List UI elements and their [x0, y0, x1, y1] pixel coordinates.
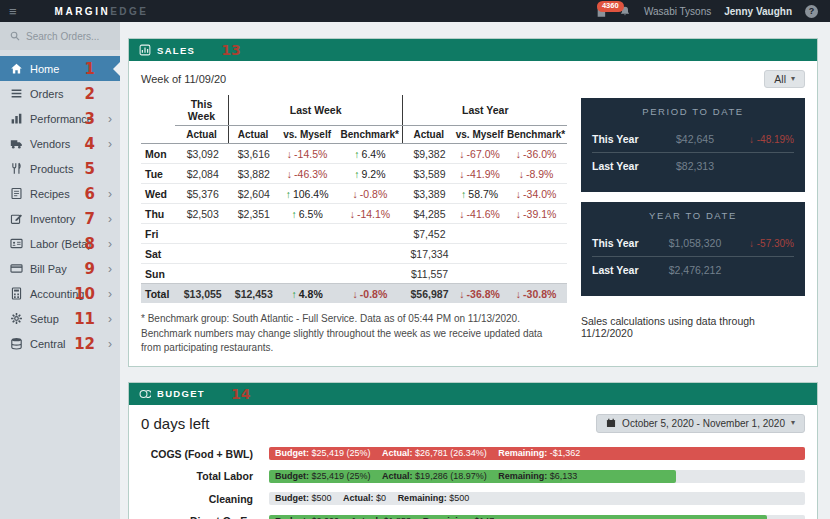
year-to-date-title: YEAR TO DATE [581, 202, 805, 230]
sidebar-item-vendors[interactable]: Vendors 4 › [0, 131, 120, 156]
truck-icon [10, 137, 23, 150]
notification-count-badge[interactable]: 4360 [597, 1, 624, 12]
notifications-bell-icon[interactable]: 4360 [619, 5, 631, 18]
budget-row: Cleaning Budget: $500 Actual: $0 Remaini… [141, 488, 805, 511]
budget-bar-text: Budget: $2,000 Actual: $1,853 Remaining:… [275, 515, 801, 519]
chevron-right-icon: › [108, 313, 112, 325]
gear-icon [10, 312, 23, 325]
menu-icon[interactable]: ≡ [9, 5, 17, 18]
annotation-number: 13 [221, 42, 240, 58]
sidebar-item-products[interactable]: Products 5 [0, 156, 120, 181]
sidebar-item-performance[interactable]: Performance 3 › [0, 106, 120, 131]
delta-down-indicator: ↓ -57.30% [738, 238, 794, 249]
sales-panel: SALES 13 Week of 11/09/20 This Week Last… [128, 38, 818, 367]
budget-row: Direct Op Ex Budget: $2,000 Actual: $1,8… [141, 510, 805, 519]
col-header-benchmark: Benchmark* [505, 126, 567, 144]
col-header-actual: Actual [228, 126, 277, 144]
col-header-vs-myself: vs. Myself [277, 126, 337, 144]
budget-progress-bar: Budget: $2,000 Actual: $1,853 Remaining:… [269, 515, 805, 519]
sidebar-item-orders[interactable]: Orders 2 [0, 81, 120, 106]
annotation-number: 4 [85, 135, 95, 153]
budget-bar-text: Budget: $500 Actual: $0 Remaining: $500 [275, 492, 801, 505]
sidebar-item-accounting[interactable]: Accounting 10 › [0, 281, 120, 306]
ytd-this-year-row: This Year $1,058,320 ↓ -57.30% [592, 230, 794, 257]
restaurant-name[interactable]: Wasabi Tysons [644, 6, 711, 17]
sidebar-item-inventory[interactable]: Inventory 7 › [0, 206, 120, 231]
ptd-this-year-row: This Year $42,645 ↓ -48.19% [592, 126, 794, 153]
budget-row: COGS (Food + BWL) Budget: $25,419 (25%) … [141, 443, 805, 466]
main-content: SALES 13 Week of 11/09/20 This Week Last… [120, 22, 830, 519]
sales-table: This Week Last Week Last Year Actual Act… [141, 95, 567, 303]
budget-category-label: Cleaning [141, 493, 253, 505]
marginedge-logo[interactable]: MARGINEDGE [55, 6, 149, 17]
database-icon [10, 337, 23, 350]
sales-panel-header: SALES 13 [129, 39, 817, 61]
annotation-number: 12 [74, 335, 95, 353]
help-icon[interactable]: ? [805, 5, 818, 18]
home-icon [10, 62, 23, 75]
ytd-last-year-row: Last Year $2,476,212 [592, 257, 794, 283]
calendar-icon [606, 418, 616, 428]
annotation-number: 7 [85, 210, 95, 228]
annotation-number: 3 [85, 110, 95, 128]
budget-category-label: Direct Op Ex [141, 515, 253, 519]
topbar-right: 4360 Wasabi Tysons Jenny Vaughn ? [596, 5, 818, 18]
search-input[interactable] [26, 31, 104, 42]
col-group-last-year: Last Year [403, 95, 567, 126]
date-range-dropdown[interactable]: October 5, 2020 - November 1, 2020 ▾ [596, 414, 805, 433]
chevron-right-icon: › [108, 263, 112, 275]
sales-table-row: Sat $17,334 [141, 244, 567, 264]
sidebar-item-bill-pay[interactable]: Bill Pay 9 › [0, 256, 120, 281]
budget-category-label: Total Labor [141, 470, 253, 482]
period-to-date-panel: PERIOD TO DATE This Year $42,645 ↓ -48.1… [581, 98, 805, 192]
budget-panel: BUDGET 14 0 days left October 5, 2020 - … [128, 382, 818, 519]
chevron-right-icon: › [108, 238, 112, 250]
search-icon [10, 31, 20, 41]
sales-panel-body: Week of 11/09/20 This Week Last Week Las… [129, 61, 817, 366]
chevron-right-icon: › [108, 138, 112, 150]
chevron-right-icon: › [108, 288, 112, 300]
annotation-number: 8 [85, 235, 95, 253]
annotation-number: 10 [74, 285, 95, 303]
annotation-number: 14 [231, 386, 250, 402]
chevron-right-icon: › [108, 113, 112, 125]
pencil-square-icon [10, 212, 23, 225]
budget-coins-icon [139, 388, 151, 400]
id-card-icon [10, 237, 23, 250]
budget-progress-bar: Budget: $25,419 (25%) Actual: $26,781 (2… [269, 447, 805, 460]
col-header-vs-myself: vs. Myself [454, 126, 505, 144]
chevron-down-icon: ▾ [791, 419, 795, 427]
bar-chart-icon [10, 112, 23, 125]
chevron-right-icon: › [108, 213, 112, 225]
sales-table-total-row: Total $13,055 $12,453 ↑4.8% ↓-0.8% $56,9… [141, 284, 567, 304]
budget-panel-title: BUDGET [157, 388, 205, 399]
sales-filter-dropdown[interactable]: All ▾ [764, 70, 805, 88]
col-header-benchmark: Benchmark* [337, 126, 403, 144]
budget-progress-bar: Budget: $500 Actual: $0 Remaining: $500 [269, 492, 805, 505]
sidebar-item-labor[interactable]: Labor (Beta) 8 › [0, 231, 120, 256]
annotation-number: 9 [85, 260, 95, 278]
sales-chart-icon [139, 44, 151, 56]
sidebar-item-home[interactable]: Home 1 [0, 56, 120, 81]
sidebar-item-recipes[interactable]: Recipes 6 › [0, 181, 120, 206]
utensils-icon [10, 162, 23, 175]
annotation-number: 6 [85, 185, 95, 203]
annotation-number: 5 [85, 160, 95, 178]
chevron-right-icon: › [108, 188, 112, 200]
col-group-last-week: Last Week [228, 95, 403, 126]
sidebar-item-central[interactable]: Central 12 › [0, 331, 120, 356]
col-header-actual: Actual [175, 126, 228, 144]
period-to-date-title: PERIOD TO DATE [581, 98, 805, 126]
sales-table-row: Mon $3,092 $3,616 ↓-14.5% ↑6.4% $9,382 ↓… [141, 144, 567, 164]
top-bar: ≡ MARGINEDGE 4360 Wasabi Tysons Jenny Va… [0, 0, 830, 22]
search-bar[interactable] [0, 22, 120, 50]
sales-table-row: Tue $2,084 $3,882 ↓-46.3% ↑9.2% $3,589 ↓… [141, 164, 567, 184]
budget-panel-body: 0 days left October 5, 2020 - November 1… [129, 405, 817, 519]
budget-bar-text: Budget: $25,419 (25%) Actual: $26,781 (2… [275, 447, 801, 460]
chevron-down-icon: ▾ [791, 75, 795, 83]
sidebar-item-setup[interactable]: Setup 11 › [0, 306, 120, 331]
ptd-last-year-row: Last Year $82,313 [592, 153, 794, 179]
user-name[interactable]: Jenny Vaughn [724, 6, 792, 17]
sales-data-note: Sales calculations using data through 11… [581, 315, 805, 339]
year-to-date-panel: YEAR TO DATE This Year $1,058,320 ↓ -57.… [581, 202, 805, 296]
